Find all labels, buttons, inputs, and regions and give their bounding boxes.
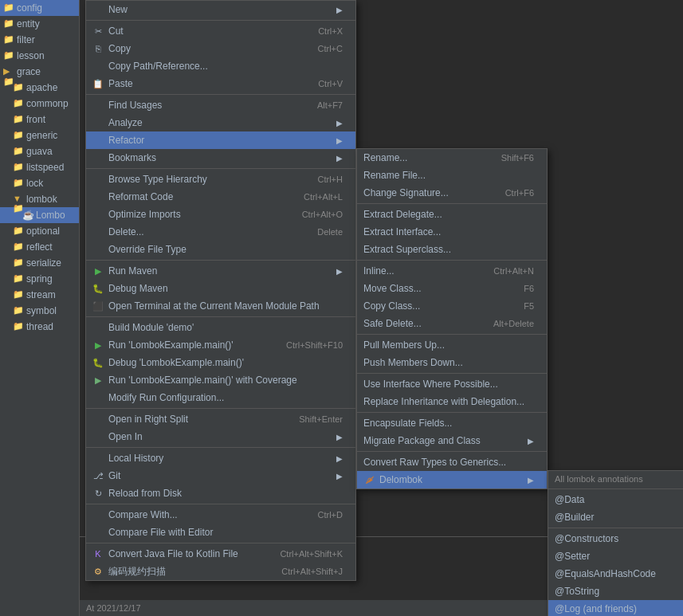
menu-item-modify-run-config[interactable]: Modify Run Configuration... <box>86 389 355 406</box>
menu-item-refactor[interactable]: Refactor ▶ <box>86 131 355 149</box>
delombok-setter[interactable]: @Setter <box>548 547 683 565</box>
folder-icon: 📁 <box>13 241 24 253</box>
sidebar-item-reflect[interactable]: 📁 reflect <box>0 239 79 255</box>
refactor-push-members-down[interactable]: Push Members Down... <box>357 354 547 371</box>
sidebar-item-commonp[interactable]: 📁 commonp <box>0 96 79 112</box>
refactor-convert-raw-types[interactable]: Convert Raw Types to Generics... <box>357 453 547 471</box>
sidebar-item-guava[interactable]: 📁 guava <box>0 143 79 159</box>
sidebar-item-front[interactable]: 📁 front <box>0 112 79 128</box>
refactor-use-interface[interactable]: Use Interface Where Possible... <box>357 375 547 393</box>
sidebar-item-grace[interactable]: ▶ 📁 grace <box>0 64 79 80</box>
refactor-extract-interface[interactable]: Extract Interface... <box>357 223 547 241</box>
refactor-migrate-package[interactable]: Migrate Package and Class ▶ <box>357 432 547 449</box>
menu-item-run-maven[interactable]: ▶Run Maven ▶ <box>86 262 355 280</box>
refactor-rename[interactable]: Rename... Shift+F6 <box>357 149 547 167</box>
sidebar-item-symbol[interactable]: 📁 symbol <box>0 303 79 319</box>
folder-icon: 📁 <box>13 146 24 157</box>
sidebar-item-serialize[interactable]: 📁 serialize <box>0 255 79 271</box>
sidebar-item-spring[interactable]: 📁 spring <box>0 271 79 287</box>
refactor-pull-members-up[interactable]: Pull Members Up... <box>357 336 547 354</box>
refactor-inline[interactable]: Inline... Ctrl+Alt+N <box>357 262 547 280</box>
folder-icon: 📁 <box>13 130 24 141</box>
menu-item-new[interactable]: New ▶ <box>86 1 355 18</box>
sidebar-item-label: entity <box>17 18 40 29</box>
menu-item-debug-maven[interactable]: 🐛Debug Maven <box>86 280 355 297</box>
menu-item-cut[interactable]: ✂Cut Ctrl+X <box>86 22 355 40</box>
folder-icon: 📁 <box>13 257 24 269</box>
folder-icon: 📁 <box>13 226 24 237</box>
refactor-extract-delegate[interactable]: Extract Delegate... <box>357 206 547 223</box>
run-green-icon: ▶ <box>92 340 104 351</box>
menu-item-analyze[interactable]: Analyze ▶ <box>86 114 355 131</box>
refactor-extract-superclass[interactable]: Extract Superclass... <box>357 241 547 258</box>
sidebar-item-config[interactable]: 📁 config <box>0 0 79 16</box>
sidebar-item-label: front <box>26 114 45 125</box>
menu-item-debug-main[interactable]: 🐛Debug 'LombokExample.main()' <box>86 354 355 371</box>
sidebar-item-lombok[interactable]: ▼ 📁 lombok <box>0 191 79 207</box>
menu-item-scan[interactable]: ⚙编码规约扫描 Ctrl+Alt+Shift+J <box>86 563 355 580</box>
sidebar-item-optional[interactable]: 📁 optional <box>0 223 79 239</box>
menu-item-override-file-type[interactable]: Override File Type <box>86 241 355 258</box>
menu-item-open-in[interactable]: Open In ▶ <box>86 428 355 445</box>
refactor-encapsulate-fields[interactable]: Encapsulate Fields... <box>357 414 547 432</box>
menu-item-find-usages[interactable]: Find Usages Alt+F7 <box>86 96 355 114</box>
delombok-data[interactable]: @Data <box>548 491 683 508</box>
menu-item-optimize-imports[interactable]: Optimize Imports Ctrl+Alt+O <box>86 206 355 223</box>
menu-divider-9 <box>86 543 355 543</box>
sidebar-item-lock[interactable]: 📁 lock <box>0 175 79 191</box>
reload-icon: ↻ <box>92 488 104 499</box>
menu-item-reformat[interactable]: Reformat Code Ctrl+Alt+L <box>86 188 355 206</box>
menu-item-run-main[interactable]: ▶Run 'LombokExample.main()' Ctrl+Shift+F… <box>86 336 355 354</box>
folder-icon: 📁 <box>13 289 24 300</box>
menu-item-convert-kotlin[interactable]: KConvert Java File to Kotlin File Ctrl+A… <box>86 545 355 563</box>
refactor-change-signature[interactable]: Change Signature... Ctrl+F6 <box>357 184 547 202</box>
menu-item-build-module[interactable]: Build Module 'demo' <box>86 319 355 336</box>
delombok-tostring[interactable]: @ToString <box>548 583 683 600</box>
menu-item-browse-hierarchy[interactable]: Browse Type Hierarchy Ctrl+H <box>86 171 355 188</box>
refactor-replace-inheritance[interactable]: Replace Inheritance with Delegation... <box>357 393 547 410</box>
menu-item-copy[interactable]: ⎘Copy Ctrl+C <box>86 40 355 57</box>
menu-item-compare-file-editor[interactable]: Compare File with Editor <box>86 524 355 541</box>
coverage-icon: ▶ <box>92 375 104 386</box>
submenu-refactor: Rename... Shift+F6 Rename File... Change… <box>356 148 548 489</box>
menu-item-local-history[interactable]: Local History ▶ <box>86 449 355 467</box>
sidebar-item-listspeed[interactable]: 📁 listspeed <box>0 159 79 175</box>
sidebar-item-label: apache <box>26 82 57 93</box>
menu-item-copy-path[interactable]: Copy Path/Reference... <box>86 57 355 75</box>
sidebar: 📁 config 📁 entity 📁 filter 📁 lesson ▶ 📁 … <box>0 0 80 616</box>
sidebar-item-entity[interactable]: 📁 entity <box>0 16 79 32</box>
menu-item-git[interactable]: ⎇Git ▶ <box>86 467 355 485</box>
menu-item-delete[interactable]: Delete... Delete <box>86 223 355 241</box>
refactor-rename-file[interactable]: Rename File... <box>357 167 547 184</box>
debug-green-icon: 🐛 <box>92 358 104 368</box>
delombok-builder[interactable]: @Builder <box>548 508 683 526</box>
menu-item-compare-with[interactable]: Compare With... Ctrl+D <box>86 506 355 524</box>
menu-item-bookmarks[interactable]: Bookmarks ▶ <box>86 149 355 167</box>
folder-icon: ▶ 📁 <box>3 66 14 77</box>
menu-item-run-coverage[interactable]: ▶Run 'LombokExample.main()' with Coverag… <box>86 371 355 389</box>
sidebar-item-lesson[interactable]: 📁 lesson <box>0 48 79 64</box>
refactor-safe-delete[interactable]: Safe Delete... Alt+Delete <box>357 315 547 332</box>
folder-icon: 📁 <box>13 82 24 93</box>
delombok-log[interactable]: @Log (and friends) <box>548 600 683 616</box>
sidebar-item-stream[interactable]: 📁 stream <box>0 287 79 303</box>
menu-item-paste[interactable]: 📋Paste Ctrl+V <box>86 75 355 92</box>
menu-item-open-right-split[interactable]: Open in Right Split Shift+Enter <box>86 410 355 428</box>
refactor-delombok[interactable]: 🌶 Delombok ▶ <box>357 471 547 488</box>
sidebar-item-thread[interactable]: 📁 thread <box>0 319 79 335</box>
refactor-move-class[interactable]: Move Class... F6 <box>357 280 547 297</box>
sidebar-item-label: reflect <box>26 241 53 253</box>
menu-divider-7 <box>86 447 355 448</box>
cut-icon: ✂ <box>92 26 104 37</box>
menu-item-reload-from-disk[interactable]: ↻Reload from Disk <box>86 485 355 502</box>
java-file-icon: ☕ <box>22 210 33 221</box>
folder-icon: 📁 <box>13 178 24 189</box>
menu-item-open-terminal[interactable]: ⬛Open Terminal at the Current Maven Modu… <box>86 297 355 315</box>
sidebar-item-filter[interactable]: 📁 filter <box>0 32 79 48</box>
refactor-divider-2 <box>357 260 547 261</box>
sidebar-item-generic[interactable]: 📁 generic <box>0 128 79 143</box>
delombok-equals-hashcode[interactable]: @EqualsAndHashCode <box>548 565 683 583</box>
refactor-copy-class[interactable]: Copy Class... F5 <box>357 297 547 315</box>
delombok-constructors[interactable]: @Constructors <box>548 530 683 547</box>
sidebar-item-lombo-file[interactable]: ☕ Lombo <box>0 207 79 223</box>
